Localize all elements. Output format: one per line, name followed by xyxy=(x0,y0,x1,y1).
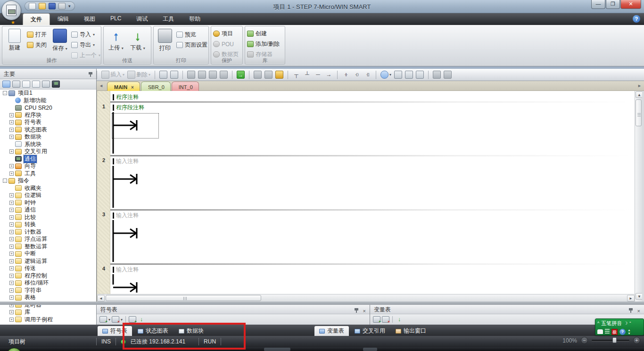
tree-expander-icon[interactable]: + xyxy=(9,310,14,314)
tree-item-表格[interactable]: +表格 xyxy=(0,294,96,302)
zoom-out-icon[interactable]: − xyxy=(581,337,588,344)
goto-button[interactable]: → xyxy=(236,70,246,79)
tree-item-调用子例程[interactable]: +调用子例程 xyxy=(0,316,96,324)
line-right-button[interactable]: → xyxy=(324,70,334,79)
tree-item-计数器[interactable]: +计数器 xyxy=(0,229,96,236)
ladder-network-graphic[interactable] xyxy=(112,112,169,157)
ime-expand-icon[interactable]: ▲▼ xyxy=(627,328,631,335)
new-button[interactable]: ★ 新建 xyxy=(4,29,25,52)
tree-expander-icon[interactable]: + xyxy=(9,208,14,212)
apply-project-button[interactable] xyxy=(443,70,453,79)
print-icon[interactable] xyxy=(58,3,66,9)
ladder-network-graphic[interactable] xyxy=(112,166,169,212)
taskbar-item[interactable] xyxy=(363,348,377,351)
restore-button[interactable]: ❐ xyxy=(606,0,620,9)
ime-fullhalf-icon[interactable]: ☽ xyxy=(624,321,627,326)
scrollbar-thumb[interactable] xyxy=(636,99,642,126)
tree-item-转换[interactable]: +转换 xyxy=(0,221,96,229)
tree-item-项目1[interactable]: -项目1 xyxy=(0,90,96,97)
pin-icon[interactable] xyxy=(355,308,358,310)
dropdown-icon[interactable]: ▾ xyxy=(121,318,123,322)
tree-expander-icon[interactable]: + xyxy=(9,149,14,154)
tree-item-新增功能[interactable]: 新增功能 xyxy=(0,97,96,105)
tree-item-通信[interactable]: +通信 xyxy=(0,206,96,214)
tree-expander-icon[interactable]: - xyxy=(3,91,7,95)
zoom-slider-thumb[interactable] xyxy=(612,337,617,343)
status-chart-icon[interactable] xyxy=(12,81,20,88)
tree-expander-icon[interactable]: + xyxy=(9,113,14,117)
tree-expander-icon[interactable]: + xyxy=(9,245,14,249)
delete-row-icon[interactable]: × xyxy=(382,316,389,323)
taskbar-item[interactable] xyxy=(264,348,290,351)
library-add-remove-button[interactable]: 添加/删除 xyxy=(247,40,280,49)
network-comment[interactable]: 输入注释 xyxy=(116,212,139,220)
start-button[interactable] xyxy=(7,348,22,351)
tree-item-向导[interactable]: +向导 xyxy=(0,163,96,170)
tree-item-库[interactable]: +库 xyxy=(0,309,96,316)
insert-row-icon[interactable]: + xyxy=(129,316,136,323)
tree-item-传送[interactable]: +传送 xyxy=(0,265,96,272)
network-comment[interactable]: 输入注释 xyxy=(116,266,139,274)
upload-button[interactable]: ↑上传 ▾ xyxy=(106,29,126,52)
close-button[interactable]: 关闭 xyxy=(27,41,47,49)
scroll-left-icon[interactable]: ◄ xyxy=(97,295,105,302)
variable-tab-交叉引用[interactable]: 交叉引用 xyxy=(350,326,390,336)
ladder-editor[interactable]: ◄ ► ▲ ▼ 程序注释1程序段注释2输入注释3输入注释4输入注释 xyxy=(97,91,644,302)
new-icon[interactable] xyxy=(29,3,36,9)
tree-item-浮点运算[interactable]: +浮点运算 xyxy=(0,236,96,243)
communication-icon[interactable] xyxy=(52,81,60,88)
tree-expander-icon[interactable]: + xyxy=(9,318,14,322)
tree-expander-icon[interactable]: + xyxy=(9,201,14,205)
library-create-button[interactable]: 创建 xyxy=(247,29,267,38)
tree-item-移位/循环[interactable]: +移位/循环 xyxy=(0,279,96,287)
ime-mode-label[interactable]: 五笔拼音 xyxy=(601,320,622,327)
symbol-table-icon[interactable] xyxy=(2,81,10,88)
zoom-slider[interactable] xyxy=(592,340,629,341)
add-lock-button[interactable] xyxy=(274,70,284,79)
open-icon[interactable] xyxy=(39,3,46,9)
new-table-icon[interactable]: + xyxy=(99,316,107,323)
table-view-button[interactable] xyxy=(393,70,403,79)
import-button[interactable]: 导入▾ xyxy=(71,30,95,39)
tree-item-位逻辑[interactable]: +位逻辑 xyxy=(0,192,96,199)
tree-item-交叉引用[interactable]: +交叉引用 xyxy=(0,148,96,155)
line-down-button[interactable]: ┬ xyxy=(291,70,301,79)
line-left-button[interactable]: ─ xyxy=(313,70,323,79)
tree-item-状态图表[interactable]: +状态图表 xyxy=(0,126,96,134)
tree-item-系统块[interactable]: 系统块 xyxy=(0,141,96,148)
tree-item-程序块[interactable]: +程序块 xyxy=(0,112,96,119)
tab-scroll-left-icon[interactable]: ◄ xyxy=(98,82,104,90)
system-block-icon[interactable] xyxy=(32,81,40,88)
app-menu-button[interactable] xyxy=(1,0,21,20)
tree-item-逻辑运算[interactable]: +逻辑运算 xyxy=(0,258,96,265)
ladder-network-graphic[interactable] xyxy=(112,274,169,295)
ime-grid-icon[interactable] xyxy=(605,329,610,335)
tree-expander-icon[interactable]: + xyxy=(9,171,14,176)
horizontal-scrollbar[interactable]: ◄ ► xyxy=(97,294,635,302)
unlock-pou-button[interactable] xyxy=(264,70,273,79)
tree-expander-icon[interactable]: + xyxy=(9,215,14,220)
box-button[interactable]: -[ ] xyxy=(363,70,372,79)
dropdown-icon[interactable]: ▾ xyxy=(108,318,110,322)
export-button[interactable]: 导出▾ xyxy=(71,41,95,49)
tree-expander-icon[interactable]: + xyxy=(9,274,14,278)
help-icon[interactable]: ? xyxy=(633,15,640,23)
save-button[interactable]: 保存 ▾ xyxy=(50,29,70,52)
editor-tab-SBR_0[interactable]: SBR_0 xyxy=(141,82,171,91)
menu-tab-PLC[interactable]: PLC xyxy=(103,13,129,25)
tree-item-字符串[interactable]: +字符串 xyxy=(0,287,96,294)
tree-item-整数运算[interactable]: +整数运算 xyxy=(0,243,96,251)
toggle-bookmark-button[interactable] xyxy=(186,70,196,79)
tree-expander-icon[interactable]: + xyxy=(9,230,14,234)
preview-button[interactable]: 预览 xyxy=(176,30,196,39)
ime-hand-icon[interactable] xyxy=(597,329,603,334)
tree-item-收藏夹[interactable]: 收藏夹 xyxy=(0,185,96,192)
data-block-icon[interactable] xyxy=(22,81,30,88)
pin-icon[interactable] xyxy=(89,72,92,74)
coil-button[interactable]: -( ) xyxy=(352,70,362,79)
page-setup-button[interactable]: 页面设置 xyxy=(176,41,207,49)
tree-expander-icon[interactable]: + xyxy=(9,259,14,263)
tree-expander-icon[interactable]: - xyxy=(3,179,7,183)
tree-item-工具[interactable]: +工具 xyxy=(0,170,96,178)
tab-scroll-right-icon[interactable]: ► xyxy=(636,82,643,90)
